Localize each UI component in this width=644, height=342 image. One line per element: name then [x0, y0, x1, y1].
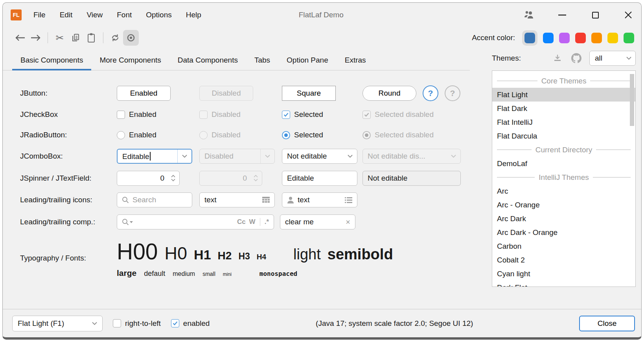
scrollbar-thumb[interactable] [630, 74, 634, 126]
menu-help[interactable]: Help [186, 11, 201, 19]
accent-swatch-red[interactable] [575, 33, 586, 43]
table-icon[interactable] [262, 197, 270, 203]
toolbar: ✂ Accent color: [3, 27, 641, 48]
jspinner-label: JSpinner / JTextField: [20, 174, 117, 183]
typography-row: Typography / Fonts: H00 H0 H1 H2 H3 H4 l… [20, 238, 492, 278]
clear-icon[interactable]: × [346, 218, 350, 227]
theme-item-arc-dark[interactable]: Arc Dark [492, 212, 635, 226]
square-button[interactable]: Square [282, 86, 336, 101]
tab-basic-components[interactable]: Basic Components [12, 56, 91, 70]
menu-options[interactable]: Options [146, 11, 171, 19]
tab-option-pane[interactable]: Option Pane [278, 56, 337, 70]
textfield-editable[interactable]: Editable [282, 171, 357, 186]
accent-swatch-orange[interactable] [591, 33, 602, 43]
accent-swatch-blue-default[interactable] [524, 33, 535, 43]
jcombobox-row: JComboBox: Editable Disabled Not editabl… [20, 145, 492, 167]
radio-enabled[interactable] [117, 131, 125, 139]
users-icon[interactable] [523, 9, 535, 21]
close-button[interactable]: Close [579, 316, 635, 331]
combobox-editable[interactable]: Editable [117, 149, 192, 164]
search-input[interactable]: Search [117, 192, 192, 207]
theme-item-flat-light[interactable]: Flat Light [492, 88, 635, 102]
whole-word-toggle[interactable]: W [249, 218, 256, 226]
rtl-checkbox[interactable]: right-to-left [113, 319, 161, 328]
spinner-enabled[interactable]: 0 [117, 171, 180, 186]
radio-selected[interactable] [282, 131, 290, 139]
text-input-with-table-icon[interactable]: text [199, 192, 275, 207]
checkbox-selected[interactable] [282, 111, 290, 119]
back-icon[interactable] [12, 30, 28, 46]
enabled-checkbox-label: enabled [183, 319, 210, 328]
jcheckbox-label: JCheckBox [20, 110, 117, 119]
theme-item-flat-dark[interactable]: Flat Dark [492, 102, 635, 115]
checkbox-selected-disabled-label: Selected disabled [375, 110, 434, 119]
theme-item-dark-flat[interactable]: Dark Flat [492, 281, 635, 287]
accent-swatch-green[interactable] [624, 33, 634, 43]
tab-extras[interactable]: Extras [337, 56, 374, 70]
accent-swatch-purple[interactable] [559, 33, 570, 43]
menu-font[interactable]: Font [117, 11, 132, 19]
show-hover-eye-icon[interactable] [123, 30, 139, 46]
checkbox-disabled-label: Disabled [212, 110, 241, 119]
help-button-gray[interactable]: ? [445, 85, 460, 101]
list-icon[interactable] [345, 197, 352, 203]
title-bar: FL File Edit View Font Options Help Flat… [3, 3, 641, 27]
tab-more-components[interactable]: More Components [91, 56, 169, 70]
textfield-not-editable-value: Not editable [368, 174, 407, 183]
refresh-icon[interactable] [107, 30, 123, 46]
sample-semibold: semibold [328, 246, 393, 263]
menu-file[interactable]: File [33, 11, 46, 19]
tab-tabs[interactable]: Tabs [246, 56, 278, 70]
download-icon[interactable] [552, 52, 563, 64]
combobox-not-editable[interactable]: Not editable [282, 149, 357, 164]
heading-samples: H00 H0 H1 H2 H3 H4 light semibold [117, 238, 393, 264]
close-window-button[interactable] [622, 9, 634, 21]
theme-item-demolaf[interactable]: DemoLaf [492, 157, 635, 170]
combobox-disabled: Disabled [199, 149, 275, 164]
forward-icon[interactable] [28, 30, 44, 46]
themes-filter-combobox[interactable]: all [589, 51, 636, 66]
list-separator: Core Themes [492, 74, 635, 88]
laf-combobox-value: Flat Light (F1) [18, 319, 64, 328]
search-with-menu-icon[interactable] [122, 218, 133, 226]
text-input-with-user-icon[interactable]: text [282, 192, 357, 207]
clearable-input[interactable]: clear me × [280, 214, 355, 229]
disabled-button: Disabled [199, 86, 253, 101]
search-input-with-options[interactable]: Cc W .* [117, 214, 274, 229]
enabled-button[interactable]: Enabled [117, 86, 171, 101]
tab-data-components[interactable]: Data Components [169, 56, 246, 70]
help-button-blue[interactable]: ? [423, 85, 438, 101]
theme-item-arc-dark-orange[interactable]: Arc Dark - Orange [492, 226, 635, 239]
accent-swatch-blue[interactable] [543, 33, 554, 43]
regex-toggle[interactable]: .* [265, 218, 269, 226]
github-icon[interactable] [570, 52, 582, 64]
theme-item-arc[interactable]: Arc [492, 184, 635, 198]
typography-label: Typography / Fonts: [20, 254, 117, 263]
chevron-down-icon[interactable] [343, 149, 357, 163]
theme-item-cyan-light[interactable]: Cyan light [492, 267, 635, 281]
chevron-down-icon[interactable] [177, 150, 191, 163]
leading-trailing-icons-row: Leading/trailing icons: Search text [20, 189, 492, 211]
round-button[interactable]: Round [362, 86, 416, 101]
theme-item-carbon[interactable]: Carbon [492, 239, 635, 253]
theme-item-flat-darcula[interactable]: Flat Darcula [492, 129, 635, 143]
accent-swatch-yellow[interactable] [607, 33, 618, 43]
match-case-toggle[interactable]: Cc [237, 218, 246, 226]
minimize-button[interactable] [556, 9, 568, 21]
laf-combobox[interactable]: Flat Light (F1) [12, 316, 103, 331]
copy-icon[interactable] [68, 30, 83, 46]
enabled-checkbox[interactable]: enabled [171, 319, 210, 328]
checkbox-enabled[interactable] [117, 111, 125, 119]
spinner-buttons[interactable] [167, 175, 179, 181]
maximize-button[interactable] [589, 9, 601, 21]
menu-edit[interactable]: Edit [60, 11, 73, 19]
theme-item-cobalt-2[interactable]: Cobalt 2 [492, 253, 635, 267]
theme-item-arc-orange[interactable]: Arc - Orange [492, 198, 635, 212]
clearable-input-value: clear me [285, 218, 342, 226]
cut-icon[interactable]: ✂ [52, 30, 68, 46]
theme-item-flat-intellij[interactable]: Flat IntelliJ [492, 115, 635, 129]
menu-view[interactable]: View [86, 11, 103, 19]
paste-icon[interactable] [83, 30, 99, 46]
spinner-value[interactable]: 0 [117, 174, 167, 183]
sample-monospaced: monospaced [259, 270, 297, 277]
